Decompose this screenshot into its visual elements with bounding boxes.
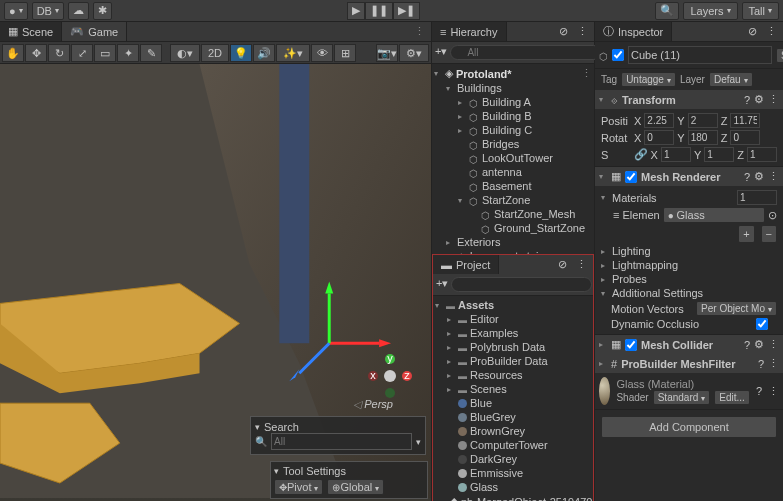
drag-icon[interactable]: ≡: [613, 209, 619, 221]
cloud-button[interactable]: ☁: [68, 2, 89, 20]
hierarchy-item[interactable]: LookOutTower: [432, 151, 594, 165]
hidden-toggle[interactable]: 👁: [311, 44, 333, 62]
project-item[interactable]: BlueGrey: [433, 410, 593, 424]
collider-enabled[interactable]: [625, 339, 637, 351]
tab-menu-icon[interactable]: ⋮: [408, 22, 431, 41]
hand-tool[interactable]: ✋: [2, 44, 24, 62]
section-lightmapping[interactable]: ▸Lightmapping: [601, 258, 777, 272]
scl-y[interactable]: [704, 147, 734, 162]
pause-button[interactable]: ❚❚: [365, 2, 393, 20]
account-dropdown[interactable]: ●: [4, 2, 28, 20]
hierarchy-item[interactable]: ▾Buildings: [432, 81, 594, 95]
hierarchy-search[interactable]: [450, 45, 601, 60]
rot-z[interactable]: [730, 130, 760, 145]
scale-tool[interactable]: ⤢: [71, 44, 93, 62]
project-item[interactable]: Blue: [433, 396, 593, 410]
rect-tool[interactable]: ▭: [94, 44, 116, 62]
hier-lock-icon[interactable]: ⊘: [556, 22, 571, 41]
hierarchy-item[interactable]: ▸Exteriors: [432, 235, 594, 249]
tab-project[interactable]: ▬Project: [433, 255, 499, 274]
material-slot[interactable]: ● Glass: [663, 207, 765, 223]
db-dropdown[interactable]: DB: [32, 2, 64, 20]
scene-root[interactable]: ▾◈Protoland*⋮: [432, 66, 594, 81]
proj-lock-icon[interactable]: ⊘: [555, 255, 570, 274]
project-item[interactable]: DarkGrey: [433, 452, 593, 466]
search-button[interactable]: 🔍: [655, 2, 679, 20]
rot-x[interactable]: [644, 130, 674, 145]
proj-menu-icon[interactable]: ⋮: [570, 255, 593, 274]
grid-button[interactable]: ✱: [93, 2, 112, 20]
transform-tool[interactable]: ✦: [117, 44, 139, 62]
section-probes[interactable]: ▸Probes: [601, 272, 777, 286]
2d-toggle[interactable]: 2D: [201, 44, 229, 62]
menu-icon[interactable]: ⋮: [768, 93, 779, 106]
global-dropdown[interactable]: ⊕Global: [327, 479, 384, 495]
hierarchy-item[interactable]: Ground_StartZone: [432, 221, 594, 235]
edit-shader[interactable]: Edit...: [714, 390, 750, 405]
layer-dropdown[interactable]: Defau: [709, 72, 753, 87]
camera-dropdown[interactable]: 📷▾: [376, 44, 398, 62]
pos-x[interactable]: [644, 113, 674, 128]
hier-menu-icon[interactable]: ⋮: [571, 22, 594, 41]
add-dropdown[interactable]: +▾: [435, 45, 447, 60]
insp-menu-icon[interactable]: ⋮: [760, 22, 783, 41]
mat-add[interactable]: +: [738, 225, 754, 243]
add-component-button[interactable]: Add Component: [601, 416, 777, 438]
persp-label[interactable]: ◁ Persp: [353, 398, 393, 411]
link-icon[interactable]: 🔗: [634, 148, 648, 161]
probuilder-component[interactable]: ▸#ProBuilder MeshFilter?⋮: [595, 354, 783, 373]
scl-x[interactable]: [661, 147, 691, 162]
scl-z[interactable]: [747, 147, 777, 162]
hierarchy-item[interactable]: antenna: [432, 165, 594, 179]
step-button[interactable]: ▶❚: [393, 2, 420, 20]
pivot-dropdown[interactable]: ✥Pivot: [274, 479, 323, 495]
pos-z[interactable]: [730, 113, 760, 128]
project-item[interactable]: ▸Examples: [433, 326, 593, 340]
project-item[interactable]: ComputerTower: [433, 438, 593, 452]
tab-hierarchy[interactable]: ≡Hierarchy: [432, 22, 507, 41]
rot-y[interactable]: [688, 130, 718, 145]
hierarchy-item[interactable]: StartZone_Mesh: [432, 207, 594, 221]
orientation-gizmo[interactable]: z x y: [365, 351, 415, 401]
dynocc-checkbox[interactable]: [747, 318, 777, 330]
fx-dropdown[interactable]: ✨▾: [276, 44, 310, 62]
play-button[interactable]: ▶: [347, 2, 365, 20]
hierarchy-item[interactable]: ▾StartZone: [432, 193, 594, 207]
shader-dropdown[interactable]: Standard: [653, 390, 711, 405]
project-item[interactable]: ▸Resources: [433, 368, 593, 382]
custom-tool[interactable]: ✎: [140, 44, 162, 62]
hierarchy-item[interactable]: ▸Building A: [432, 95, 594, 109]
layout-dropdown[interactable]: Tall: [742, 2, 780, 20]
tab-scene[interactable]: ▦Scene: [0, 22, 62, 41]
section-additional-settings[interactable]: ▾Additional Settings: [601, 286, 777, 300]
project-item[interactable]: Glass: [433, 480, 593, 494]
lighting-toggle[interactable]: 💡: [230, 44, 252, 62]
motion-dropdown[interactable]: Per Object Mo: [696, 301, 777, 316]
tab-game[interactable]: 🎮Game: [62, 22, 127, 41]
object-name-input[interactable]: [628, 46, 772, 64]
layers-dropdown[interactable]: Layers: [683, 2, 737, 20]
tag-dropdown[interactable]: Untagge: [621, 72, 676, 87]
audio-toggle[interactable]: 🔊: [253, 44, 275, 62]
scene-viewport[interactable]: z x y ◁ Persp ▾Search 🔍▾ ▾Tool Settings …: [0, 64, 431, 501]
project-search[interactable]: [451, 277, 592, 292]
hierarchy-item[interactable]: ▸Building B: [432, 109, 594, 123]
chevron-down-icon[interactable]: ▾: [274, 466, 279, 476]
shading-dropdown[interactable]: ◐▾: [170, 44, 200, 62]
mat-count[interactable]: [737, 190, 777, 205]
proj-add-dropdown[interactable]: +▾: [436, 277, 448, 292]
project-item[interactable]: ◆pb-MergedObject-2519470: [433, 494, 593, 501]
hierarchy-item[interactable]: Bridges: [432, 137, 594, 151]
help-icon[interactable]: ?: [744, 94, 750, 106]
hierarchy-item[interactable]: basement stairway wa: [432, 249, 594, 254]
project-item[interactable]: Emmissive: [433, 466, 593, 480]
grid-toggle[interactable]: ⊞: [334, 44, 356, 62]
move-tool[interactable]: ✥: [25, 44, 47, 62]
scene-search-input[interactable]: [271, 433, 412, 450]
mesh-collider-component[interactable]: ▸▦Mesh Collider?⚙⋮: [595, 335, 783, 354]
gizmos-dropdown[interactable]: ⚙▾: [399, 44, 429, 62]
project-item[interactable]: ▸Editor: [433, 312, 593, 326]
project-item[interactable]: ▸Polybrush Data: [433, 340, 593, 354]
project-item[interactable]: BrownGrey: [433, 424, 593, 438]
meshrenderer-enabled[interactable]: [625, 171, 637, 183]
